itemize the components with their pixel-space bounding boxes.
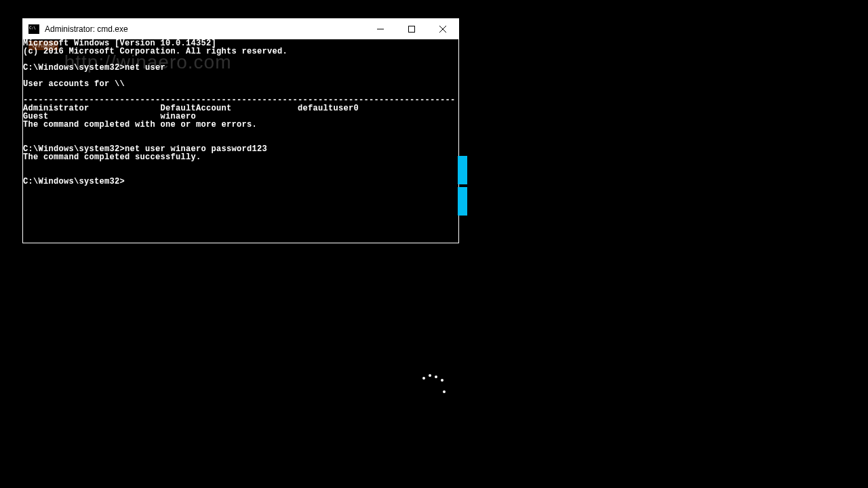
loading-spinner-icon <box>420 373 448 400</box>
status-line: The command completed with one or more e… <box>23 120 257 129</box>
accounts-header: User accounts for \\ <box>23 79 125 89</box>
prompt: C:\Windows\system32> <box>23 177 125 186</box>
blue-fragment-icon <box>458 156 467 184</box>
window-title: Administrator: cmd.exe <box>45 24 365 34</box>
maximize-button[interactable] <box>396 19 427 39</box>
terminal-output: Microsoft Windows [Version 10.0.14352] (… <box>23 39 456 186</box>
minimize-button[interactable] <box>365 19 396 39</box>
close-button[interactable] <box>427 19 458 39</box>
blue-fragment-icon <box>458 187 467 216</box>
status-line: The command completed successfully. <box>23 152 201 162</box>
prompt: C:\Windows\system32> <box>23 63 125 73</box>
cmd-icon <box>28 24 39 34</box>
command-input: net user <box>125 63 165 73</box>
cmd-window: Administrator: cmd.exe Winaero http://wi… <box>22 18 459 243</box>
copyright-line: (c) 2016 Microsoft Corporation. All righ… <box>23 47 288 56</box>
terminal-body[interactable]: Winaero http://winaero.com Microsoft Win… <box>23 39 458 243</box>
titlebar[interactable]: Administrator: cmd.exe <box>23 19 458 39</box>
window-controls <box>365 19 458 39</box>
svg-rect-1 <box>409 26 415 33</box>
background-window-fragment <box>458 156 467 218</box>
